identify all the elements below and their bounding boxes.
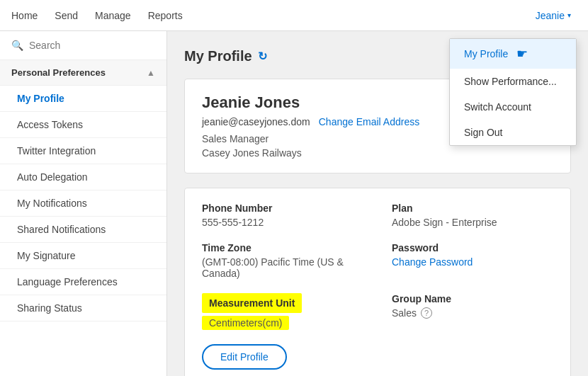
sidebar-item-language-preferences[interactable]: Language Preferences: [0, 269, 166, 295]
dropdown-switch-account-label: Switch Account: [464, 101, 531, 113]
timezone-section: Time Zone (GMT-08:00) Pacific Time (US &…: [202, 242, 363, 279]
group-label: Group Name: [392, 293, 553, 304]
dropdown-item-my-profile[interactable]: My Profile ☛: [450, 39, 576, 69]
search-box: 🔍: [0, 31, 166, 60]
profile-email: jeanie@caseyjones.dom: [202, 116, 310, 127]
measurement-highlight: Measurement Unit: [202, 293, 302, 313]
password-label: Password: [392, 242, 553, 253]
refresh-icon[interactable]: ↻: [258, 50, 267, 63]
hand-cursor-icon: ☛: [516, 46, 528, 62]
measurement-label: Measurement Unit: [209, 297, 295, 309]
chevron-up-icon: ▲: [147, 68, 155, 78]
sidebar-item-sharing-status[interactable]: Sharing Status: [0, 295, 166, 321]
dropdown-item-switch-account[interactable]: Switch Account: [450, 94, 576, 120]
sidebar-item-my-profile[interactable]: My Profile: [0, 86, 166, 112]
search-icon: 🔍: [11, 40, 23, 51]
nav-reports[interactable]: Reports: [148, 7, 183, 24]
dropdown-item-show-performance[interactable]: Show Performance...: [450, 69, 576, 94]
plan-section: Plan Adobe Sign - Enterprise: [392, 203, 553, 228]
plan-label: Plan: [392, 203, 553, 214]
user-dropdown-menu: My Profile ☛ Show Performance... Switch …: [449, 38, 577, 146]
group-section: Group Name Sales ?: [392, 293, 553, 330]
sidebar-section-label: Personal Preferences: [11, 67, 106, 78]
group-info: Sales ?: [392, 307, 553, 319]
measurement-value: Centimeters(cm): [202, 316, 289, 330]
user-menu-button[interactable]: Jeanie ▾: [530, 7, 577, 24]
nav-send[interactable]: Send: [55, 7, 78, 24]
dropdown-item-sign-out[interactable]: Sign Out: [450, 120, 576, 145]
dropdown-my-profile-label: My Profile: [464, 48, 508, 59]
user-menu-area: Jeanie ▾ My Profile ☛ Show Performance..…: [530, 7, 577, 24]
measurement-section: Measurement Unit Centimeters(cm): [202, 293, 363, 330]
help-icon[interactable]: ?: [421, 307, 432, 319]
phone-value: 555-555-1212: [202, 217, 363, 228]
edit-profile-button[interactable]: Edit Profile: [202, 344, 287, 370]
dropdown-show-performance-label: Show Performance...: [464, 76, 557, 87]
sidebar: 🔍 Personal Preferences ▲ My Profile Acce…: [0, 31, 167, 376]
sidebar-item-access-tokens[interactable]: Access Tokens: [0, 112, 166, 138]
sidebar-nav: My Profile Access Tokens Twitter Integra…: [0, 86, 166, 376]
phone-section: Phone Number 555-555-1212: [202, 203, 363, 228]
nav-manage[interactable]: Manage: [95, 7, 131, 24]
profile-details: Phone Number 555-555-1212 Plan Adobe Sig…: [184, 188, 571, 376]
caret-icon: ▾: [567, 11, 571, 19]
sidebar-item-twitter-integration[interactable]: Twitter Integration: [0, 138, 166, 164]
sidebar-section-header[interactable]: Personal Preferences ▲: [0, 60, 166, 86]
top-nav: Home Send Manage Reports Jeanie ▾ My Pro…: [0, 0, 588, 31]
details-grid: Phone Number 555-555-1212 Plan Adobe Sig…: [202, 203, 553, 330]
sidebar-item-my-signature[interactable]: My Signature: [0, 243, 166, 269]
group-value: Sales: [392, 307, 417, 319]
plan-value: Adobe Sign - Enterprise: [392, 217, 553, 228]
user-name-label: Jeanie: [536, 10, 565, 21]
timezone-label: Time Zone: [202, 242, 363, 253]
change-password-link[interactable]: Change Password: [392, 256, 473, 268]
page-title-text: My Profile: [184, 48, 252, 64]
phone-label: Phone Number: [202, 203, 363, 214]
sidebar-item-auto-delegation[interactable]: Auto Delegation: [0, 164, 166, 190]
dropdown-sign-out-label: Sign Out: [464, 127, 502, 138]
nav-items: Home Send Manage Reports: [11, 7, 530, 24]
sidebar-item-shared-notifications[interactable]: Shared Notifications: [0, 217, 166, 243]
nav-home[interactable]: Home: [11, 7, 38, 24]
password-section: Password Change Password: [392, 242, 553, 279]
sidebar-item-my-notifications[interactable]: My Notifications: [0, 190, 166, 217]
profile-company: Casey Jones Railways: [202, 147, 553, 159]
timezone-value: (GMT-08:00) Pacific Time (US & Canada): [202, 256, 363, 279]
search-input[interactable]: [29, 40, 155, 51]
change-email-link[interactable]: Change Email Address: [319, 116, 419, 127]
